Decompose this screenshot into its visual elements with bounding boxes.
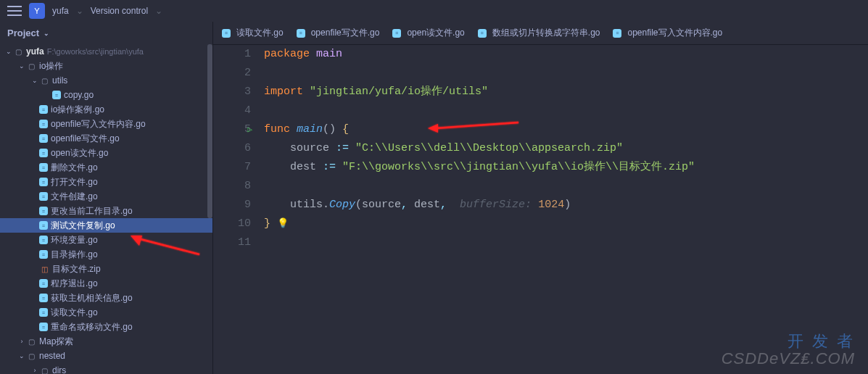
scrollbar-thumb[interactable] [207,44,212,218]
line-number: 5▷ [213,120,251,139]
project-name[interactable]: yufa [52,6,69,16]
go-file-icon: = [39,134,48,143]
editor-tab[interactable]: =open读文件.go [392,27,464,39]
chevron-down-icon: ⌄ [17,62,26,70]
line-number: 10 [213,215,251,233]
chevron-down-icon: ⌄ [44,30,49,37]
tree-item-label: 测试文件复制.go [51,220,115,232]
menu-icon[interactable] [7,6,22,16]
tree-item-label: Map探索 [39,336,73,348]
tree-item-label: io操作案例.go [51,104,104,116]
tree-file[interactable]: =获取主机相关信息.go [0,291,212,305]
tree-item-label: io操作 [39,60,63,72]
code-editor[interactable]: 12345▷67891011 package mainimport "jingt… [213,45,868,374]
tree-folder[interactable]: ›▢dirs [0,363,212,374]
line-number: 9 [213,196,251,215]
tree-folder[interactable]: ⌄▢nested [0,349,212,363]
code-line[interactable]: source := "C:\\Users\\dell\\Desktop\\app… [264,139,868,158]
run-icon[interactable]: ▷ [247,120,252,139]
code-line[interactable]: utils.Copy(source, dest, bufferSize: 102… [264,196,868,215]
go-file-icon: = [39,323,48,331]
code-line[interactable]: func main() { [264,120,868,139]
tree-item-label: 环境变量.go [51,234,98,246]
chevron-down-icon: ⌄ [155,6,162,16]
go-file-icon: = [392,29,401,38]
folder-icon: ▢ [26,336,36,346]
tree-item-label: nested [39,351,65,361]
folder-icon: ▢ [26,351,36,361]
vc-label[interactable]: Version control [91,6,148,16]
project-badge[interactable]: Y [29,3,45,19]
tree-file[interactable]: =环境变量.go [0,233,212,247]
editor-tab[interactable]: =openfile写入文件内容.go [613,27,722,39]
line-number: 8 [213,177,251,196]
code-line[interactable] [264,233,868,252]
go-file-icon: = [39,163,48,172]
tree-folder[interactable]: ⌄▢io操作 [0,59,212,73]
code-line[interactable]: package main [264,45,868,64]
tree-file[interactable]: ◫目标文件.zip [0,262,212,276]
bulb-icon[interactable]: 💡 [277,218,289,229]
chevron-down-icon: ⌄ [17,352,26,360]
tree-file[interactable]: =重命名或移动文件.go [0,320,212,334]
tab-label: 读取文件.go [236,27,284,39]
editor-tabs: =读取文件.go=openfile写文件.go=open读文件.go=数组或切片… [213,22,868,45]
sidebar-title: Project [7,28,39,38]
go-file-icon: = [39,120,48,128]
archive-icon: ◫ [39,264,49,274]
tree-file[interactable]: =测试文件复制.go [0,218,212,233]
folder-icon: ▢ [39,365,49,374]
tree-file[interactable]: =更改当前工作目录.go [0,204,212,218]
tree-item-label: 更改当前工作目录.go [51,205,133,217]
tree-item-label: open读文件.go [51,147,108,159]
tab-label: 数组或切片转换成字符串.go [492,27,600,39]
tree-item-label: openfile写入文件内容.go [51,118,146,130]
line-number: 6 [213,139,251,158]
line-number: 7 [213,158,251,177]
tree-item-label: 获取主机相关信息.go [51,292,133,304]
tree-file[interactable]: =openfile写入文件内容.go [0,117,212,131]
tree-file[interactable]: =io操作案例.go [0,102,212,117]
tab-label: open读文件.go [407,27,464,39]
tree-item-label: dirs [52,365,66,374]
chevron-down-icon: ⌄ [76,6,83,16]
editor-tab[interactable]: =读取文件.go [222,27,284,39]
tree-item-label: 重命名或移动文件.go [51,321,133,333]
tree-file[interactable]: =读取文件.go [0,305,212,320]
tree-file[interactable]: =copy.go [0,88,212,102]
watermark: CSDDeVZ₤.COM [722,349,855,368]
go-file-icon: = [39,105,48,114]
tree-folder[interactable]: ⌄▢utils [0,73,212,88]
tree-file[interactable]: =删除文件.go [0,160,212,175]
tree-folder[interactable]: ›▢Map探索 [0,334,212,349]
sidebar-header[interactable]: Project ⌄ [0,22,212,44]
tree-file[interactable]: =程序退出.go [0,276,212,291]
code-line[interactable] [264,64,868,83]
go-file-icon: = [39,178,48,186]
tree-file[interactable]: =文件创建.go [0,189,212,204]
go-file-icon: = [39,149,48,157]
tree-root[interactable]: ⌄▢yufaF:\goworks\src\jingtian\yufa [0,44,212,59]
go-file-icon: = [39,279,48,288]
tree-item-label: copy.go [64,90,94,100]
code-line[interactable]: import "jingtian/yufa/io操作/utils" [264,83,868,101]
tree-file[interactable]: =open读文件.go [0,146,212,160]
code-line[interactable] [264,101,868,120]
tree-file[interactable]: =openfile写文件.go [0,131,212,146]
editor-tab[interactable]: =openfile写文件.go [297,27,380,39]
line-number: 3 [213,83,251,101]
code-body[interactable]: package mainimport "jingtian/yufa/io操作/u… [264,45,868,374]
editor-tab[interactable]: =数组或切片转换成字符串.go [478,27,600,39]
go-file-icon: = [39,221,48,230]
folder-icon: ▢ [26,61,36,71]
go-file-icon: = [52,91,61,99]
code-line[interactable] [264,177,868,196]
tree-file[interactable]: =打开文件.go [0,175,212,189]
line-number: 1 [213,45,251,64]
code-line[interactable]: } 💡 [264,215,868,233]
tree-item-label: utils [52,75,67,86]
tree-file[interactable]: =目录操作.go [0,247,212,262]
project-tree: ⌄▢yufaF:\goworks\src\jingtian\yufa⌄▢io操作… [0,44,212,374]
tree-item-label: openfile写文件.go [51,133,120,145]
code-line[interactable]: dest := "F:\\goworks\\src\\jingtian\\yuf… [264,158,868,177]
